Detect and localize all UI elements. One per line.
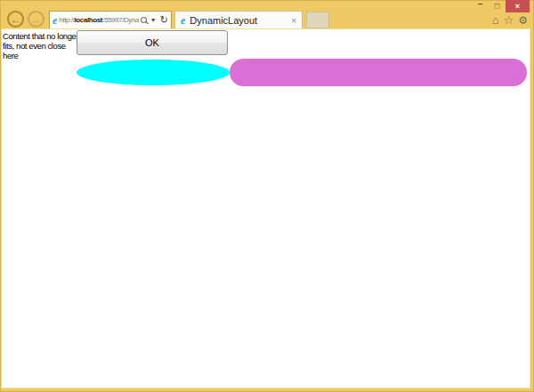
ok-button[interactable]: OK [77,30,228,55]
new-tab-button[interactable] [306,12,329,28]
browser-toolbar: ⌂ ☆ ⚙ [492,14,528,26]
home-icon[interactable]: ⌂ [492,14,499,26]
close-button[interactable]: × [506,0,530,12]
url-rest: :55997/Dyna [102,16,139,24]
ok-button-label: OK [145,37,159,48]
search-icon[interactable] [141,17,147,23]
tab-title: DynamicLayout [190,15,257,26]
url-text: http://localhost:55997/Dyna [59,16,139,24]
settings-gear-icon[interactable]: ⚙ [518,15,528,26]
forward-button[interactable]: → [28,11,44,28]
minimize-icon: – [478,0,483,9]
url-scheme: http:// [59,16,74,24]
page-text-line: Content that no longer [3,31,81,41]
address-dropdown-caret-icon[interactable]: ▼ [150,17,157,23]
back-button[interactable]: ← [7,11,24,28]
url-host: localhost [75,16,103,24]
forward-arrow-icon: → [31,14,42,25]
ie-logo-icon: e [53,15,57,26]
window-controls: – □ × [472,0,530,12]
favorites-star-icon[interactable]: ☆ [504,14,514,26]
orchid-rounded-rect-shape [230,59,527,86]
close-icon: × [515,3,520,11]
minimize-button[interactable]: – [472,0,489,12]
page-text: Content that no longer fits, not even cl… [3,31,81,60]
page-text-line: here [3,51,81,60]
browser-window: – □ × ← → e http://localhost:55997/Dyna … [0,0,534,392]
back-arrow-icon: ← [11,14,21,25]
page-content: Content that no longer fits, not even cl… [2,29,530,388]
cyan-ellipse-shape [77,60,230,85]
maximize-button[interactable]: □ [489,0,506,12]
maximize-icon: □ [495,3,499,11]
address-bar[interactable]: e http://localhost:55997/Dyna ▼ ↻ [49,11,172,29]
tab-favicon-icon: e [181,15,185,26]
tab-close-icon[interactable]: × [291,16,296,26]
tab-dynamiclayout[interactable]: e DynamicLayout × [174,11,303,29]
refresh-icon[interactable]: ↻ [160,14,168,26]
page-text-line: fits, not even close [3,41,81,51]
